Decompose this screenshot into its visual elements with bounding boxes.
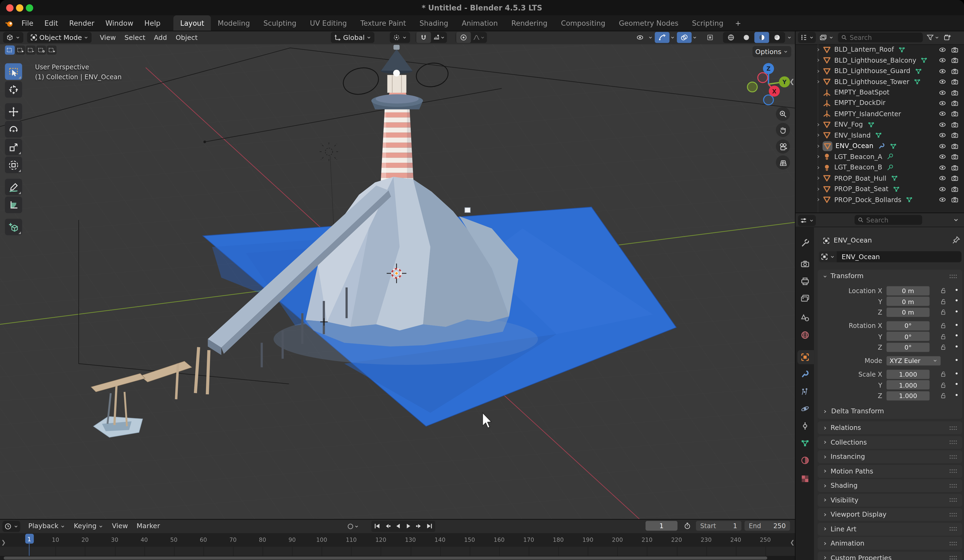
mesh-data-icon[interactable] [914, 78, 921, 86]
shading-solid-button[interactable] [739, 32, 754, 43]
select-mode-invert[interactable] [36, 45, 46, 55]
outliner-item-ENV_Ocean[interactable]: ENV_Ocean [795, 141, 964, 151]
properties-tab-modifiers[interactable] [795, 367, 814, 381]
end-frame-field[interactable]: End 250 [744, 521, 790, 531]
panel-drag-dots[interactable] [949, 438, 957, 446]
panel-drag-dots[interactable] [949, 525, 957, 533]
select-mode-subtract[interactable] [26, 45, 36, 55]
select-mode-extend[interactable] [15, 45, 25, 55]
transform-value-field[interactable]: 0° [887, 321, 930, 330]
outliner-search[interactable] [838, 32, 923, 42]
camera-icon[interactable] [951, 89, 959, 96]
chevron-down-icon[interactable] [787, 35, 792, 40]
properties-search[interactable] [855, 215, 922, 225]
panel-instancing[interactable]: Instancing [818, 450, 962, 463]
tool-move[interactable] [5, 103, 22, 120]
menu-file[interactable]: File [16, 19, 39, 27]
menu-window[interactable]: Window [100, 19, 139, 27]
panel-drag-dots[interactable] [949, 424, 957, 432]
eye-icon[interactable] [939, 100, 946, 107]
proportional-edit-toggle[interactable] [456, 32, 471, 43]
playhead-line[interactable] [29, 544, 30, 556]
current-frame-field[interactable]: 1 [645, 521, 677, 531]
outliner-item-BLD_Lighthouse_Balcony[interactable]: BLD_Lighthouse_Balcony [795, 55, 964, 66]
camera-icon[interactable] [951, 164, 959, 171]
orientation-dropdown[interactable]: Global [331, 32, 374, 43]
outliner-display-mode-button[interactable] [818, 32, 836, 43]
properties-tab-constraints[interactable] [795, 419, 814, 433]
panel-line-art[interactable]: Line Art [818, 523, 962, 536]
xray-toggle[interactable] [703, 32, 718, 43]
3d-viewport[interactable]: Options User Perspective (1) Collection … [0, 44, 795, 519]
outliner-item-BLD_Lighthouse_Guard[interactable]: BLD_Lighthouse_Guard [795, 66, 964, 76]
object-name-field[interactable] [837, 251, 962, 262]
properties-tab-view-layer[interactable] [795, 291, 814, 305]
breadcrumb-object[interactable]: ENV_Ocean [834, 236, 872, 244]
disclosure-icon[interactable] [814, 154, 822, 159]
eye-icon[interactable] [939, 67, 946, 75]
maximize-button[interactable] [26, 4, 33, 11]
mesh-data-icon[interactable] [921, 57, 928, 64]
animate-dot-icon[interactable] [953, 342, 961, 351]
properties-search-input[interactable] [866, 216, 919, 224]
panel-drag-dots[interactable] [949, 452, 957, 461]
pin-icon[interactable] [952, 236, 960, 244]
panel-shading[interactable]: Shading [818, 479, 962, 492]
disclosure-icon[interactable] [814, 176, 822, 181]
disclosure-icon[interactable] [814, 143, 822, 148]
properties-tab-material[interactable] [795, 453, 814, 467]
id-type-selector[interactable] [819, 251, 837, 262]
eye-icon[interactable] [939, 78, 946, 86]
timeline-track-area[interactable] [0, 547, 795, 556]
menu-render[interactable]: Render [64, 19, 100, 27]
navigation-gizmo[interactable]: Z Y X [738, 54, 795, 115]
timeline-scrollbar-thumb[interactable] [4, 557, 767, 560]
tab-sculpting[interactable]: Sculpting [257, 15, 303, 31]
menu-edit[interactable]: Edit [39, 19, 64, 27]
animate-dot-icon[interactable] [953, 369, 961, 378]
mesh-data-icon[interactable] [889, 143, 897, 150]
animate-dot-icon[interactable] [953, 297, 961, 306]
tool-rotate[interactable] [5, 121, 22, 138]
outliner-item-LGT_Beacon_B[interactable]: LGT_Beacon_B [795, 162, 964, 173]
outliner-item-PROP_Boat_Seat[interactable]: PROP_Boat_Seat [795, 183, 964, 194]
outliner-item-EMPTY_BoatSpot[interactable]: EMPTY_BoatSpot [795, 87, 964, 98]
viewport-menu-view[interactable]: View [95, 34, 120, 42]
lock-open-icon[interactable] [940, 287, 947, 294]
panel-custom-properties[interactable]: Custom Properties [818, 551, 962, 560]
timeline-menu-playback[interactable]: Playback [24, 522, 69, 530]
eye-icon[interactable] [939, 89, 946, 96]
timeline-menu-keying[interactable]: Keying [70, 522, 108, 530]
timeline-ruler[interactable]: 1020304050607080901001101201301401501601… [0, 533, 795, 547]
panel-drag-dots[interactable] [949, 481, 957, 490]
panel-viewport-display[interactable]: Viewport Display [818, 508, 962, 521]
auto-key-toggle[interactable] [346, 521, 360, 532]
disclosure-icon[interactable] [814, 165, 822, 170]
camera-icon[interactable] [951, 143, 959, 150]
disclosure-icon[interactable] [814, 122, 822, 127]
camera-icon[interactable] [951, 46, 959, 53]
lock-open-icon[interactable] [940, 381, 947, 389]
chevron-down-icon[interactable] [953, 217, 959, 223]
timeline-collapse-arrow[interactable]: ❮ [790, 539, 795, 545]
disclosure-icon[interactable] [814, 197, 822, 202]
panel-drag-dots[interactable] [949, 467, 957, 476]
orthographic-grid-button[interactable] [776, 156, 790, 170]
shading-wireframe-button[interactable] [724, 32, 738, 43]
animate-dot-icon[interactable] [953, 332, 961, 341]
lock-open-icon[interactable] [940, 333, 947, 340]
disclosure-icon[interactable] [814, 133, 822, 138]
panel-drag-dots[interactable] [949, 272, 957, 280]
properties-tab-scene[interactable] [795, 311, 814, 325]
transform-value-field[interactable]: 0 m [887, 307, 930, 317]
disclosure-icon[interactable] [814, 47, 822, 52]
filter-dropdown[interactable] [927, 34, 940, 41]
tool-cursor[interactable] [5, 81, 22, 98]
viewport-menu-object[interactable]: Object [171, 34, 202, 42]
jump-to-end-button[interactable] [424, 521, 435, 531]
properties-tab-physics[interactable] [795, 402, 814, 416]
animate-dot-icon[interactable] [953, 307, 961, 317]
outliner-item-PROP_Dock_Bollards[interactable]: PROP_Dock_Bollards [795, 194, 964, 205]
outliner-item-BLD_Lighthouse_Tower[interactable]: BLD_Lighthouse_Tower [795, 76, 964, 87]
eye-icon[interactable] [939, 121, 946, 128]
